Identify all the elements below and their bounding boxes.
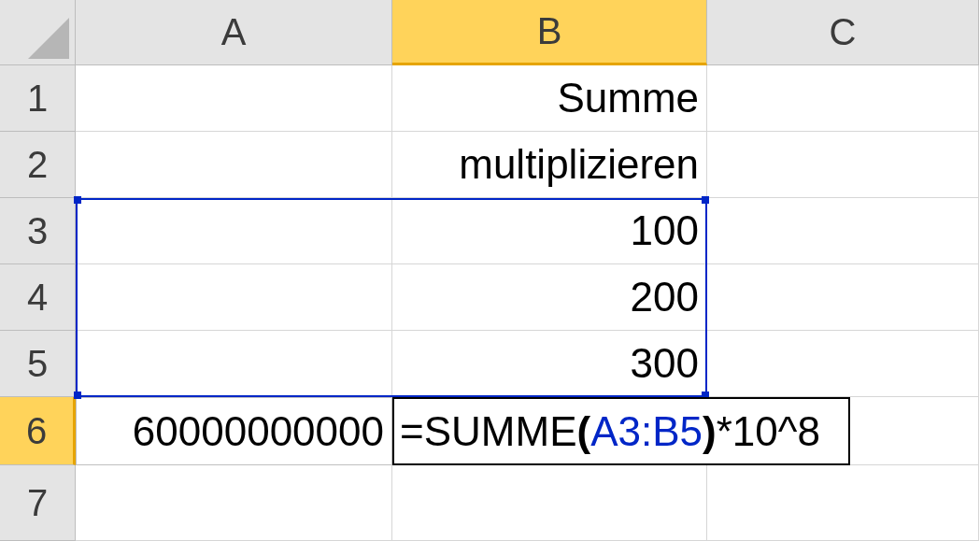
cell-C3[interactable] <box>707 198 979 264</box>
cell-C1[interactable] <box>707 65 979 132</box>
cell-B6-editing[interactable]: =SUMME(A3:B5)*10^8 <box>392 397 850 465</box>
row-header-1[interactable]: 1 <box>0 65 76 132</box>
spreadsheet-grid: A B C 1 2 3 4 5 6 7 Summe multiplizieren… <box>0 0 980 541</box>
column-header-A[interactable]: A <box>76 0 392 65</box>
formula-open-paren: ( <box>576 408 590 455</box>
formula-range-ref: A3:B5 <box>590 408 703 455</box>
cell-B3[interactable]: 100 <box>392 198 707 264</box>
cell-C5[interactable] <box>707 331 979 397</box>
column-header-B[interactable]: B <box>392 0 707 65</box>
cell-C4[interactable] <box>707 264 979 331</box>
row-header-6[interactable]: 6 <box>0 397 76 465</box>
cell-A6[interactable]: 60000000000 <box>76 397 392 465</box>
cell-B2[interactable]: multiplizieren <box>392 132 707 198</box>
cell-B4[interactable]: 200 <box>392 264 707 331</box>
select-all-triangle-icon <box>28 18 69 59</box>
cell-A4[interactable] <box>76 264 392 331</box>
cell-B1[interactable]: Summe <box>392 65 707 132</box>
cell-C2[interactable] <box>707 132 979 198</box>
svg-marker-0 <box>28 18 69 59</box>
cell-B5[interactable]: 300 <box>392 331 707 397</box>
cell-A3[interactable] <box>76 198 392 264</box>
formula-equals: = <box>400 408 424 455</box>
row-header-3[interactable]: 3 <box>0 198 76 264</box>
row-header-7[interactable]: 7 <box>0 465 76 541</box>
cell-A1[interactable] <box>76 65 392 132</box>
row-header-2[interactable]: 2 <box>0 132 76 198</box>
formula-close-paren: ) <box>703 408 717 455</box>
cell-A2[interactable] <box>76 132 392 198</box>
column-header-C[interactable]: C <box>707 0 979 65</box>
cell-A7[interactable] <box>76 465 392 541</box>
select-all-corner[interactable] <box>0 0 76 65</box>
row-header-4[interactable]: 4 <box>0 264 76 331</box>
cell-C7[interactable] <box>707 465 979 541</box>
cell-A5[interactable] <box>76 331 392 397</box>
row-header-5[interactable]: 5 <box>0 331 76 397</box>
formula-tail: *10^8 <box>717 408 820 455</box>
cell-B7[interactable] <box>392 465 707 541</box>
formula-function-name: SUMME <box>424 408 577 455</box>
